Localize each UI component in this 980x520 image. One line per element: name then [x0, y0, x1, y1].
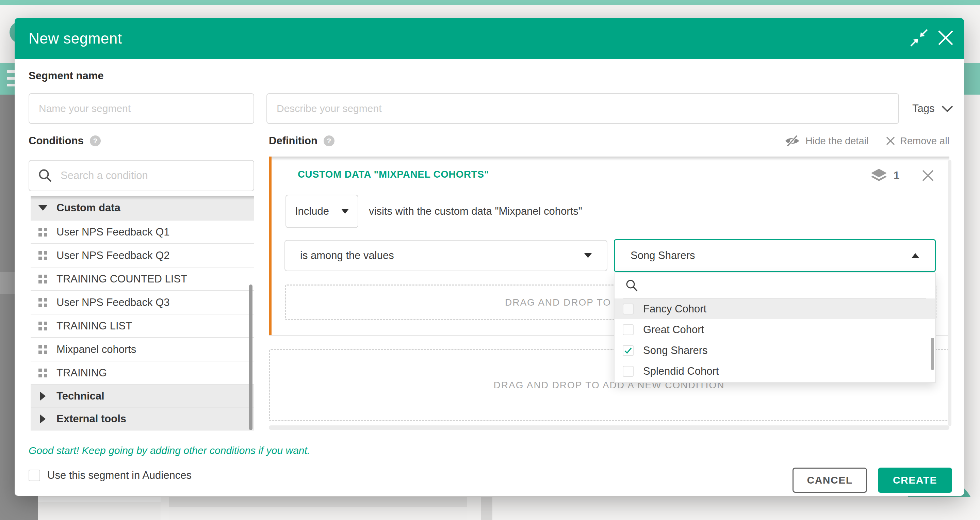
tags-label: Tags: [912, 102, 934, 114]
condition-item-training-list[interactable]: TRAINING LIST: [30, 315, 254, 338]
condition-item-user-nps-feedback-q1[interactable]: User NPS Feedback Q1: [30, 221, 254, 244]
drag-handle-icon: [38, 298, 48, 307]
condition-label: TRAINING: [56, 367, 107, 379]
segment-name-label: Segment name: [29, 70, 104, 82]
background-panel: [169, 497, 467, 520]
condition-list: Custom dataUser NPS Feedback Q1User NPS …: [30, 196, 254, 431]
unchecked-checkbox-icon[interactable]: [623, 324, 633, 335]
search-icon: [37, 168, 53, 183]
unchecked-checkbox-icon[interactable]: [623, 304, 633, 315]
condition-item-user-nps-feedback-q2[interactable]: User NPS Feedback Q2: [30, 244, 254, 267]
condition-search-input[interactable]: [60, 170, 245, 182]
condition-group-technical[interactable]: Technical: [30, 385, 254, 408]
option-label: Great Cohort: [643, 324, 704, 336]
dropdown-option-song-sharers[interactable]: Song Sharers: [614, 340, 935, 361]
dropdown-options: Fancy CohortGreat CohortSong SharersSple…: [614, 299, 935, 382]
condition-close-icon[interactable]: [921, 169, 935, 183]
condition-label: User NPS Feedback Q1: [56, 226, 170, 238]
triangle-down-icon: [38, 205, 48, 211]
condition-label: Custom data: [56, 202, 121, 214]
caret-down-icon: [584, 253, 592, 258]
drag-handle-icon: [38, 228, 48, 237]
segment-name-input[interactable]: [29, 93, 254, 124]
dropdown-scrollbar[interactable]: [931, 338, 934, 370]
operator-value: is among the values: [300, 250, 394, 262]
caret-up-icon: [912, 253, 919, 258]
option-label: Splendid Cohort: [643, 365, 719, 377]
condition-item-training[interactable]: TRAINING: [30, 361, 254, 385]
hide-detail-label: Hide the detail: [805, 135, 869, 147]
drag-handle-icon: [38, 345, 48, 354]
background-panel: [38, 497, 161, 520]
condition-label: External tools: [56, 413, 126, 425]
remove-all-label: Remove all: [900, 135, 950, 147]
caret-down-icon: [341, 209, 349, 214]
dropdown-search[interactable]: [624, 273, 926, 299]
new-segment-modal: New segment Segment name Tags Co: [14, 18, 964, 496]
condition-label: TRAINING LIST: [56, 320, 132, 332]
app-background: New segment Segment name Tags Co: [0, 0, 980, 520]
selected-value: Song Sharers: [630, 250, 695, 262]
tags-dropdown[interactable]: Tags: [912, 93, 953, 124]
definition-section-header: Definition ?: [269, 134, 334, 148]
dropdown-option-great-cohort[interactable]: Great Cohort: [614, 319, 935, 340]
values-select[interactable]: Song Sharers: [614, 239, 936, 272]
include-select[interactable]: Include: [285, 195, 358, 228]
condition-label: Technical: [56, 390, 105, 402]
definition-label: Definition: [269, 135, 318, 147]
drag-handle-icon: [38, 321, 48, 331]
layers-icon[interactable]: [870, 166, 888, 185]
condition-search-box: [29, 160, 254, 191]
conditions-section-header: Conditions ?: [29, 134, 101, 148]
condition-item-user-nps-feedback-q3[interactable]: User NPS Feedback Q3: [30, 291, 254, 315]
background-panel: [481, 497, 492, 520]
condition-label: User NPS Feedback Q3: [56, 296, 170, 309]
background-top-strip: [0, 0, 980, 5]
checked-checkbox-icon[interactable]: [623, 345, 633, 356]
audiences-checkbox[interactable]: [29, 470, 40, 481]
unchecked-checkbox-icon[interactable]: [623, 366, 633, 377]
remove-all-button[interactable]: Remove all: [886, 134, 950, 148]
cancel-button[interactable]: CANCEL: [792, 468, 867, 493]
option-label: Fancy Cohort: [643, 303, 706, 315]
x-icon: [886, 136, 895, 146]
close-icon[interactable]: [936, 28, 955, 47]
modal-title: New segment: [29, 18, 122, 59]
modal-header: [14, 18, 964, 59]
conditions-scrollbar[interactable]: [249, 285, 253, 430]
hide-detail-button[interactable]: Hide the detail: [784, 134, 869, 148]
condition-group-custom-data[interactable]: Custom data: [30, 196, 254, 221]
condition-card-actions: 1: [870, 166, 935, 185]
help-icon[interactable]: ?: [324, 135, 334, 146]
dropdown-option-splendid-cohort[interactable]: Splendid Cohort: [614, 361, 935, 382]
definition-horizontal-scrollbar[interactable]: [269, 425, 950, 430]
condition-item-mixpanel-cohorts[interactable]: Mixpanel cohorts: [30, 338, 254, 361]
condition-phrase: visits with the custom data "Mixpanel co…: [369, 195, 582, 228]
create-button[interactable]: CREATE: [878, 468, 952, 493]
help-icon[interactable]: ?: [90, 135, 101, 146]
condition-label: Mixpanel cohorts: [56, 343, 136, 356]
drag-handle-icon: [38, 275, 48, 283]
search-icon: [625, 278, 639, 293]
option-label: Song Sharers: [643, 344, 708, 357]
background-panel: [492, 497, 980, 520]
condition-item-training-counted-list[interactable]: TRAINING COUNTED LIST: [30, 267, 254, 291]
dropdown-option-fancy-cohort[interactable]: Fancy Cohort: [614, 299, 935, 319]
chevron-down-icon: [941, 105, 953, 113]
progress-hint: Good start! Keep going by adding other c…: [29, 445, 310, 456]
conditions-label: Conditions: [29, 135, 84, 147]
operator-select[interactable]: is among the values: [285, 240, 608, 271]
condition-group-external-tools[interactable]: External tools: [30, 408, 254, 431]
drag-handle-icon: [38, 251, 48, 260]
collapse-icon[interactable]: [910, 28, 929, 47]
condition-label: User NPS Feedback Q2: [56, 250, 170, 262]
values-dropdown-panel: Fancy CohortGreat CohortSong SharersSple…: [614, 273, 936, 383]
eye-off-icon: [784, 134, 800, 148]
layers-count: 1: [894, 170, 899, 182]
definition-vertical-scrollbar[interactable]: [948, 160, 951, 426]
include-value: Include: [295, 205, 329, 218]
audiences-checkbox-label: Use this segment in Audiences: [47, 469, 192, 482]
triangle-right-icon: [38, 392, 48, 401]
condition-card-title: CUSTOM DATA "MIXPANEL COHORTS": [298, 169, 489, 180]
segment-description-input[interactable]: [266, 93, 899, 124]
